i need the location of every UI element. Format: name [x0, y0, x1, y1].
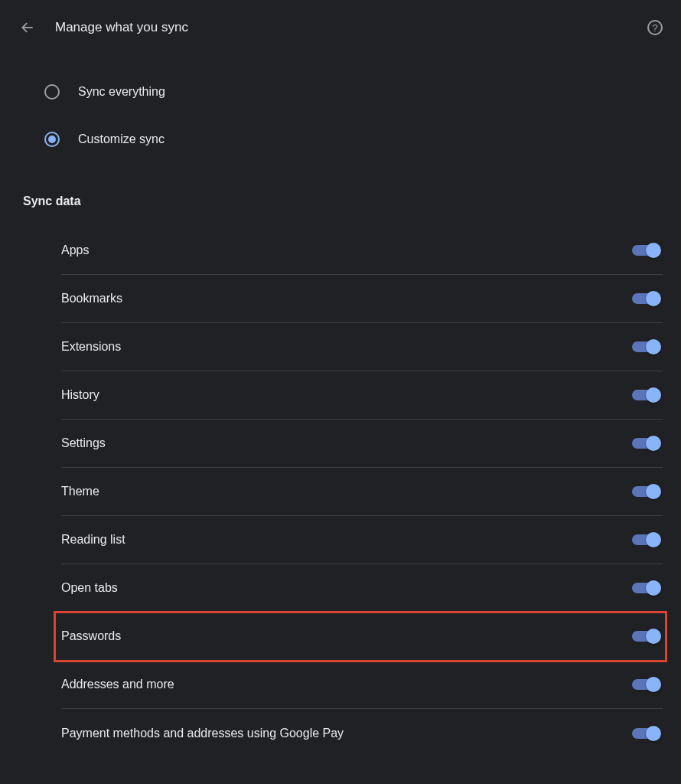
toggle-switch[interactable]: [632, 293, 660, 304]
radio-icon: [44, 84, 60, 100]
toggle-label: Reading list: [61, 533, 125, 547]
toggle-label: Open tabs: [61, 581, 118, 595]
section-title-sync-data: Sync data: [18, 194, 663, 208]
toggle-knob: [646, 387, 661, 403]
toggle-row: Theme: [61, 468, 663, 516]
radio-label: Customize sync: [78, 132, 165, 146]
toggle-switch[interactable]: [632, 728, 660, 739]
toggle-label: Addresses and more: [61, 678, 174, 691]
header: Manage what you sync ?: [18, 18, 663, 37]
toggle-row: Settings: [61, 420, 663, 468]
back-arrow-icon[interactable]: [18, 18, 37, 37]
toggle-switch[interactable]: [632, 631, 660, 642]
radio-icon-selected: [44, 132, 60, 147]
toggle-knob: [646, 532, 661, 547]
toggle-switch[interactable]: [632, 245, 660, 256]
help-icon[interactable]: ?: [647, 20, 663, 35]
toggle-label: Bookmarks: [61, 292, 122, 305]
toggle-row: Payment methods and addresses using Goog…: [61, 709, 663, 757]
toggle-label: Extensions: [61, 340, 121, 354]
sync-mode-radios: Sync everything Customize sync: [18, 74, 663, 158]
radio-customize-sync[interactable]: Customize sync: [44, 121, 663, 158]
toggle-row: Reading list: [61, 516, 663, 564]
toggle-knob: [646, 484, 661, 499]
toggle-row: Addresses and more: [61, 661, 663, 709]
toggle-switch[interactable]: [632, 341, 660, 352]
toggle-knob: [646, 580, 661, 596]
toggle-switch[interactable]: [632, 390, 660, 400]
toggle-switch[interactable]: [632, 679, 660, 690]
toggle-label: Passwords: [61, 629, 121, 643]
toggle-knob: [646, 436, 661, 451]
toggle-switch[interactable]: [632, 534, 660, 545]
toggle-label: Payment methods and addresses using Goog…: [61, 727, 344, 740]
radio-label: Sync everything: [78, 85, 165, 99]
toggle-knob: [646, 291, 661, 306]
toggle-label: Settings: [61, 436, 106, 450]
toggle-label: Theme: [61, 485, 99, 498]
radio-sync-everything[interactable]: Sync everything: [44, 74, 663, 110]
toggle-row: Open tabs: [61, 564, 663, 612]
toggle-row: History: [61, 371, 663, 420]
toggle-knob: [646, 243, 661, 258]
toggle-knob: [646, 677, 661, 692]
toggle-label: Apps: [61, 243, 89, 257]
toggle-row: Bookmarks: [61, 275, 663, 323]
toggle-knob: [646, 629, 661, 644]
toggle-knob: [646, 339, 661, 354]
toggle-row: Apps: [61, 227, 663, 275]
toggle-switch[interactable]: [632, 583, 660, 593]
toggle-switch[interactable]: [632, 486, 660, 497]
toggle-label: History: [61, 388, 99, 402]
sync-data-list: AppsBookmarksExtensionsHistorySettingsTh…: [18, 227, 663, 757]
toggle-row: Extensions: [61, 323, 663, 371]
toggle-switch[interactable]: [632, 438, 660, 449]
toggle-row: Passwords: [55, 612, 666, 661]
toggle-knob: [646, 726, 661, 741]
page-title: Manage what you sync: [55, 20, 188, 35]
